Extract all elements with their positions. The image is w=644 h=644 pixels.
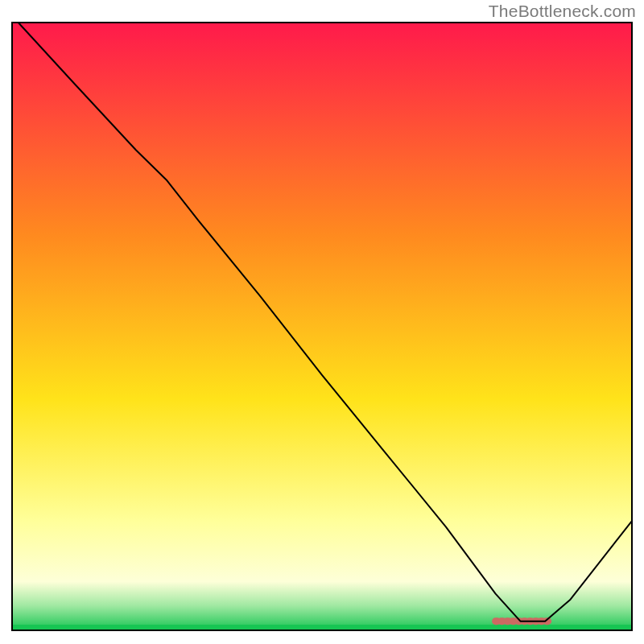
bottleneck-chart <box>0 0 644 644</box>
chart-baseline <box>12 625 632 630</box>
chart-background <box>12 23 632 630</box>
